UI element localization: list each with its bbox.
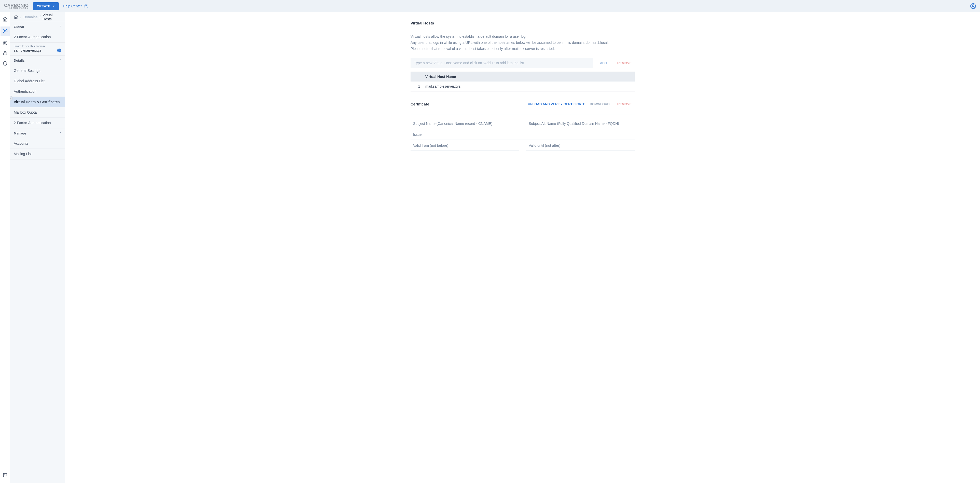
globe-icon[interactable] — [57, 48, 61, 53]
table-row[interactable]: 1 mail.sampleserver.xyz — [410, 81, 635, 91]
help-label: Help Center — [63, 4, 82, 8]
domain-selector: I want to see this domain — [10, 43, 65, 56]
sidebar-breadcrumb: / Domains / Virtual Hosts — [10, 12, 65, 22]
sidebar-item-global-2fa[interactable]: 2-Factor-Authentication — [10, 32, 65, 42]
sidebar-item-details-2fa[interactable]: 2-Factor-Authentication — [10, 118, 65, 128]
user-icon — [971, 4, 975, 8]
main-layout: › / Domains / Virtual Hosts Global ⌃ 2-F… — [0, 12, 980, 483]
sidebar-item-gal[interactable]: Global Address List — [10, 76, 65, 86]
vhost-input-row: ADD REMOVE — [410, 58, 635, 68]
download-cert-button[interactable]: DOWNLOAD — [590, 100, 610, 108]
rail-shield-icon[interactable] — [2, 61, 8, 66]
vhosts-description: Virtual hosts allow the system to establ… — [410, 33, 635, 52]
remove-vhost-button[interactable]: REMOVE — [614, 59, 635, 67]
cert-valid-until[interactable]: Valid until (not after) — [526, 140, 635, 151]
sidebar-section-global: Global ⌃ 2-Factor-Authentication — [10, 22, 65, 43]
row-name: mail.sampleserver.xyz — [424, 84, 631, 88]
cert-fields: Subject Name (Canonical Name record - CN… — [410, 118, 635, 151]
sidebar-section-manage: Manage ⌃ Accounts Mailing List — [10, 128, 65, 159]
svg-point-1 — [4, 30, 6, 32]
create-label: CREATE — [37, 4, 50, 8]
svg-point-4 — [5, 43, 5, 43]
breadcrumb-separator: / — [40, 15, 40, 19]
rail-target-icon[interactable] — [2, 40, 8, 46]
sidebar-item-authentication[interactable]: Authentication — [10, 86, 65, 97]
table-col-name-header: Virtual Host Name — [424, 75, 631, 79]
sidebar-item-virtual-hosts[interactable]: Virtual Hosts & Certificates — [10, 97, 65, 107]
help-center-link[interactable]: Help Center ? — [63, 4, 88, 8]
chevron-down-icon — [53, 6, 55, 7]
section-label: Global — [14, 25, 24, 29]
section-header-global[interactable]: Global ⌃ — [10, 22, 65, 32]
top-header: CARBONIO ADMIN PANEL CREATE Help Center … — [0, 0, 980, 12]
domain-input[interactable] — [14, 48, 54, 53]
help-icon: ? — [84, 4, 88, 8]
remove-cert-button[interactable]: REMOVE — [614, 100, 635, 108]
table-header: Virtual Host Name — [410, 72, 635, 81]
chevron-up-icon: ⌃ — [59, 26, 61, 28]
sidebar-item-general-settings[interactable]: General Settings — [10, 65, 65, 76]
cert-title: Certificate — [410, 102, 429, 106]
create-button[interactable]: CREATE — [33, 2, 59, 10]
breadcrumb-domains[interactable]: Domains — [24, 15, 37, 19]
domain-input-row — [14, 48, 61, 53]
sidebar-item-mailbox-quota[interactable]: Mailbox Quota — [10, 107, 65, 118]
domain-label: I want to see this domain — [14, 45, 61, 48]
breadcrumb-current: Virtual Hosts — [43, 13, 61, 21]
icon-rail — [0, 12, 10, 483]
sidebar-item-mailing-list[interactable]: Mailing List — [10, 149, 65, 159]
cert-actions: UPLOAD AND VERIFY CERTIFICATE DOWNLOAD R… — [528, 100, 635, 108]
rail-lock-icon[interactable] — [2, 51, 8, 56]
content-area: Virtual Hosts Virtual hosts allow the sy… — [406, 12, 640, 161]
section-header-details[interactable]: Details ⌃ — [10, 56, 65, 65]
sidebar-item-accounts[interactable]: Accounts — [10, 138, 65, 149]
desc-line-1: Virtual hosts allow the system to establ… — [410, 33, 635, 40]
chevron-up-icon: ⌃ — [59, 59, 61, 62]
desc-line-3: Please note, that removal of a virtual h… — [410, 46, 635, 52]
cert-valid-from[interactable]: Valid from (not before) — [410, 140, 519, 151]
cert-row: Valid from (not before) Valid until (not… — [410, 140, 635, 151]
vhost-table: Virtual Host Name 1 mail.sampleserver.xy… — [410, 72, 635, 91]
divider — [410, 30, 635, 30]
cert-row: Issuer — [410, 129, 635, 140]
logo: CARBONIO ADMIN PANEL — [4, 3, 29, 9]
svg-point-0 — [972, 5, 974, 6]
rail-chat-icon[interactable] — [2, 472, 8, 478]
divider — [410, 114, 635, 115]
cert-subject-alt[interactable]: Subject Alt Name (Fully Qualified Domain… — [526, 118, 635, 129]
cert-subject-name[interactable]: Subject Name (Canonical Name record - CN… — [410, 118, 519, 129]
section-header-manage[interactable]: Manage ⌃ — [10, 128, 65, 138]
sidebar-section-details: Details ⌃ General Settings Global Addres… — [10, 56, 65, 128]
vhosts-title: Virtual Hosts — [410, 21, 635, 25]
rail-at-icon[interactable] — [0, 27, 10, 36]
svg-rect-5 — [3, 53, 6, 55]
content-inner: Virtual Hosts Virtual hosts allow the sy… — [406, 21, 640, 151]
rail-home-icon[interactable] — [2, 16, 8, 22]
table-col-num — [414, 75, 424, 79]
row-num: 1 — [414, 84, 424, 88]
upload-cert-button[interactable]: UPLOAD AND VERIFY CERTIFICATE — [528, 100, 585, 108]
section-label: Details — [14, 59, 25, 62]
desc-line-2: Any user that logs in while using a URL … — [410, 40, 635, 46]
vhost-input[interactable] — [410, 58, 593, 68]
breadcrumb-separator: / — [21, 15, 21, 19]
user-menu-button[interactable] — [970, 3, 976, 9]
sidebar: › / Domains / Virtual Hosts Global ⌃ 2-F… — [10, 12, 65, 483]
cert-row: Subject Name (Canonical Name record - CN… — [410, 118, 635, 129]
chevron-up-icon: ⌃ — [59, 132, 61, 135]
main-content: Virtual Hosts Virtual hosts allow the sy… — [65, 12, 980, 483]
header-left: CARBONIO ADMIN PANEL CREATE Help Center … — [4, 2, 88, 10]
cert-header-row: Certificate UPLOAD AND VERIFY CERTIFICAT… — [410, 100, 635, 108]
add-button[interactable]: ADD — [597, 59, 610, 67]
section-label: Manage — [14, 131, 26, 135]
cert-issuer[interactable]: Issuer — [410, 129, 635, 140]
breadcrumb-home-icon[interactable] — [14, 15, 18, 19]
